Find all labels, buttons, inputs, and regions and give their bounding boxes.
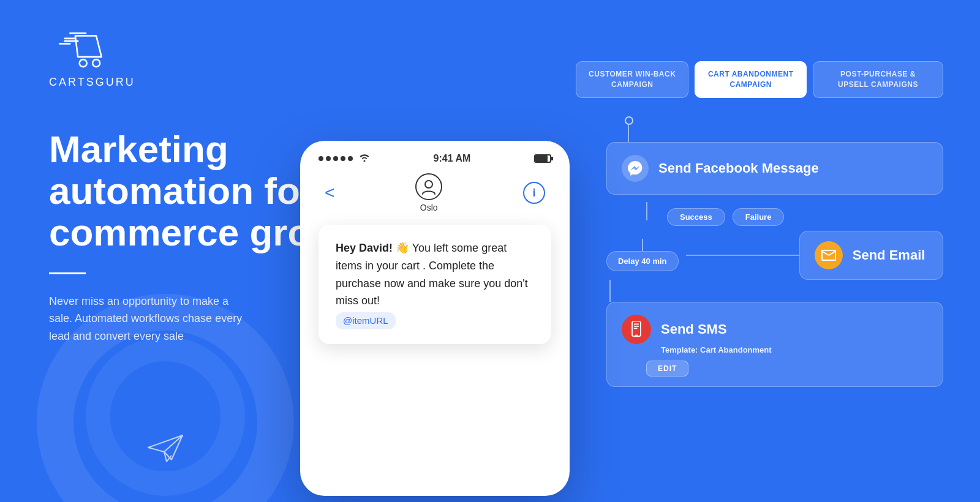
phone-mockup-container: 9:41 AM < Oslo i Hey David! 👋 You left — [300, 141, 582, 484]
signal-dot-4 — [341, 156, 345, 161]
sms-template-subtitle: Template: Cart Abandonment — [661, 345, 928, 354]
sms-node-title: Send SMS — [661, 321, 727, 337]
signal-dot-1 — [318, 156, 323, 161]
workflow-diagram: Send Facebook Message Success Failure De… — [576, 116, 943, 387]
signal-dot-3 — [333, 156, 338, 161]
email-icon-container — [815, 241, 843, 269]
svg-rect-8 — [635, 334, 638, 335]
delay-label: Delay — [618, 257, 639, 266]
facebook-node-label: Send Facebook Message — [658, 160, 819, 176]
svg-point-3 — [80, 59, 87, 67]
template-value: Cart Abandonment — [700, 345, 772, 354]
signal-dot-2 — [326, 156, 331, 161]
email-icon — [821, 250, 836, 261]
success-line-v — [642, 239, 643, 251]
h-connector — [686, 255, 799, 256]
delay-value: 40 min — [641, 257, 666, 266]
contact-avatar — [415, 173, 442, 200]
sms-connector-area — [609, 280, 943, 302]
delay-badge: Delay 40 min — [606, 251, 679, 271]
send-email-label: Send Email — [853, 247, 925, 263]
contact-profile: Oslo — [415, 173, 442, 212]
svg-point-4 — [92, 59, 100, 67]
connector-line-top — [628, 125, 629, 142]
battery-fill — [535, 155, 548, 162]
send-email-node[interactable]: Send Email — [799, 231, 943, 280]
facebook-message-node[interactable]: Send Facebook Message — [606, 142, 943, 195]
phone-time: 9:41 AM — [434, 153, 471, 164]
top-connector — [625, 116, 943, 142]
sms-node-header: Send SMS — [622, 315, 928, 344]
contact-name: Oslo — [420, 203, 438, 212]
logo-icon — [49, 24, 123, 73]
svg-rect-9 — [634, 323, 639, 324]
workflow-area: CUSTOMER WIN-BACK CAMPAIGN CART ABANDONM… — [576, 61, 943, 387]
sms-connector-line — [609, 280, 611, 302]
phone-nav-bar: < Oslo i — [312, 170, 557, 219]
tab-abandonment[interactable]: CART ABANDONMENT CAMPAIGN — [695, 61, 807, 98]
message-bubble: Hey David! 👋 You left some great items i… — [318, 225, 551, 344]
failure-badge: Failure — [733, 208, 785, 226]
success-connector: Delay 40 min — [606, 239, 679, 271]
messenger-icon — [627, 160, 643, 176]
tab-postpurchase[interactable]: POST-PURCHASE & UPSELL CAMPAIGNS — [813, 61, 943, 98]
sms-icon-container — [622, 315, 651, 344]
tab-winback[interactable]: CUSTOMER WIN-BACK CAMPAIGN — [576, 61, 688, 98]
decorative-circle-small — [86, 337, 245, 496]
campaign-tabs: CUSTOMER WIN-BACK CAMPAIGN CART ABANDONM… — [576, 61, 943, 98]
phone-mockup: 9:41 AM < Oslo i Hey David! 👋 You left — [300, 141, 570, 496]
signal-dots — [318, 154, 370, 164]
back-button[interactable]: < — [325, 183, 334, 203]
brand-name: CartsGuru — [49, 76, 135, 89]
info-button[interactable]: i — [523, 182, 545, 204]
sms-icon — [630, 321, 643, 337]
success-badge: Success — [667, 208, 725, 226]
phone-status-bar: 9:41 AM — [312, 153, 557, 164]
item-url-badge: @itemURL — [336, 312, 396, 329]
hero-subtitle: Never miss an opportunity to make a sale… — [49, 293, 245, 345]
bottom-workflow-row: Delay 40 min Send Email — [606, 231, 943, 280]
message-greeting: Hey David! 👋 — [336, 242, 409, 254]
template-prefix: Template: — [661, 345, 698, 354]
connector-dot — [625, 116, 633, 125]
battery-icon — [534, 154, 551, 163]
svg-point-6 — [425, 181, 432, 188]
edit-sms-button[interactable]: EDIT — [646, 361, 688, 376]
messenger-icon-container — [622, 155, 649, 182]
branch-badges: Success Failure — [667, 208, 784, 226]
send-sms-node[interactable]: Send SMS Template: Cart Abandonment EDIT — [606, 302, 943, 387]
svg-rect-11 — [634, 328, 638, 329]
branch-row: Success Failure — [643, 202, 943, 226]
paper-plane-icon — [147, 432, 184, 465]
hero-divider — [49, 272, 86, 274]
svg-rect-10 — [634, 326, 639, 327]
wifi-icon — [359, 154, 370, 164]
signal-dot-5 — [348, 156, 353, 161]
branch-line-success — [646, 202, 647, 220]
logo-area: CartsGuru — [49, 24, 135, 89]
